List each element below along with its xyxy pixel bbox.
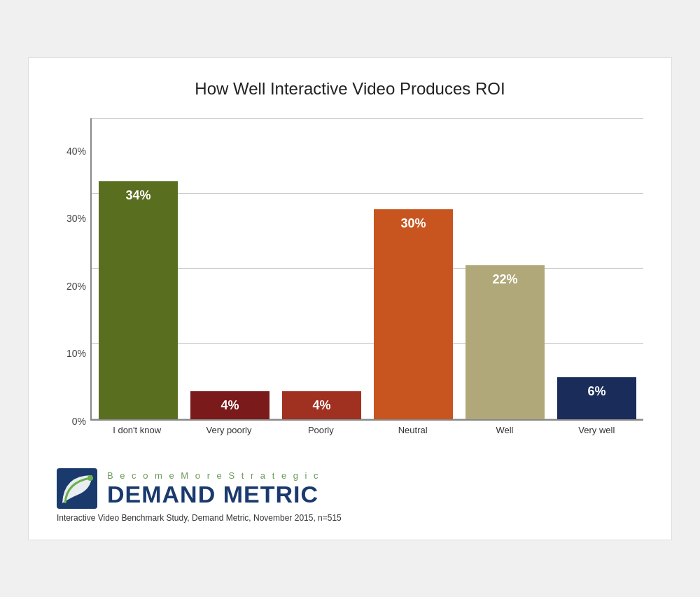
bar-group: 4% xyxy=(190,391,270,419)
x-axis-label: Very well xyxy=(557,425,636,436)
logo-tagline: B e c o m e M o r e S t r a t e g i c xyxy=(107,470,321,481)
bar: 6% xyxy=(557,377,636,419)
bar-group: 6% xyxy=(557,377,636,419)
x-axis-label: Neutral xyxy=(373,425,452,436)
x-axis-label: Poorly xyxy=(281,425,360,436)
demand-metric-logo-icon xyxy=(57,468,97,509)
y-axis-label: 0% xyxy=(57,416,90,426)
footer-logo-row: B e c o m e M o r e S t r a t e g i c DE… xyxy=(57,468,643,509)
chart-title: How Well Interactive Video Produces ROI xyxy=(57,79,643,99)
y-axis-label: 30% xyxy=(57,213,90,223)
logo-name: DEMAND METRIC xyxy=(107,482,321,506)
x-axis-label: I don't know xyxy=(97,425,176,436)
bars-container: 34%4%4%30%22%6% xyxy=(92,118,643,419)
y-axis: 0%10%20%30%40% xyxy=(57,146,90,426)
x-axis-label: Well xyxy=(465,425,544,436)
x-axis-label: Very poorly xyxy=(189,425,268,436)
svg-point-1 xyxy=(88,475,93,481)
chart-area: 0%10%20%30%40% 34%4%4%30%22%6% I don't k… xyxy=(57,118,643,454)
bars-and-grid: 34%4%4%30%22%6% xyxy=(90,118,643,421)
bar-group: 30% xyxy=(374,209,453,419)
y-axis-label: 10% xyxy=(57,349,90,358)
bar: 30% xyxy=(374,209,453,419)
bar: 4% xyxy=(282,391,361,419)
bar-group: 4% xyxy=(282,391,361,419)
bar-value-label: 6% xyxy=(557,384,636,399)
bar-value-label: 4% xyxy=(190,398,270,413)
bar: 22% xyxy=(465,265,545,419)
y-axis-label: 20% xyxy=(57,281,90,291)
footer-citation: Interactive Video Benchmark Study, Deman… xyxy=(57,513,643,523)
bar-value-label: 30% xyxy=(374,216,453,231)
logo-text-block: B e c o m e M o r e S t r a t e g i c DE… xyxy=(107,470,321,506)
bar-group: 34% xyxy=(99,181,178,419)
y-axis-label: 40% xyxy=(57,146,90,156)
bar: 34% xyxy=(99,181,178,419)
x-labels: I don't knowVery poorlyPoorlyNeutralWell… xyxy=(90,421,643,454)
bar: 4% xyxy=(190,391,270,419)
chart-card: How Well Interactive Video Produces ROI … xyxy=(28,57,672,540)
chart-inner: 34%4%4%30%22%6% I don't knowVery poorlyP… xyxy=(90,118,643,454)
bar-group: 22% xyxy=(465,265,545,419)
bar-value-label: 22% xyxy=(465,272,545,287)
bar-value-label: 34% xyxy=(99,188,178,203)
footer: B e c o m e M o r e S t r a t e g i c DE… xyxy=(57,468,643,523)
bar-value-label: 4% xyxy=(282,398,361,413)
